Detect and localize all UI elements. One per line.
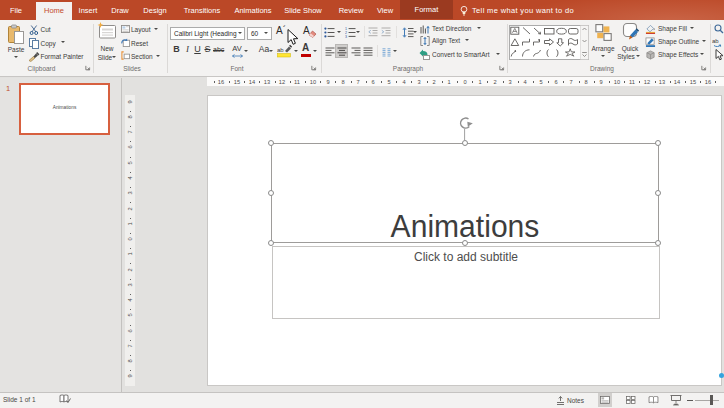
svg-text:ab: ab	[712, 38, 719, 44]
svg-text:ab: ab	[277, 47, 284, 53]
svg-text:3: 3	[345, 35, 347, 38]
